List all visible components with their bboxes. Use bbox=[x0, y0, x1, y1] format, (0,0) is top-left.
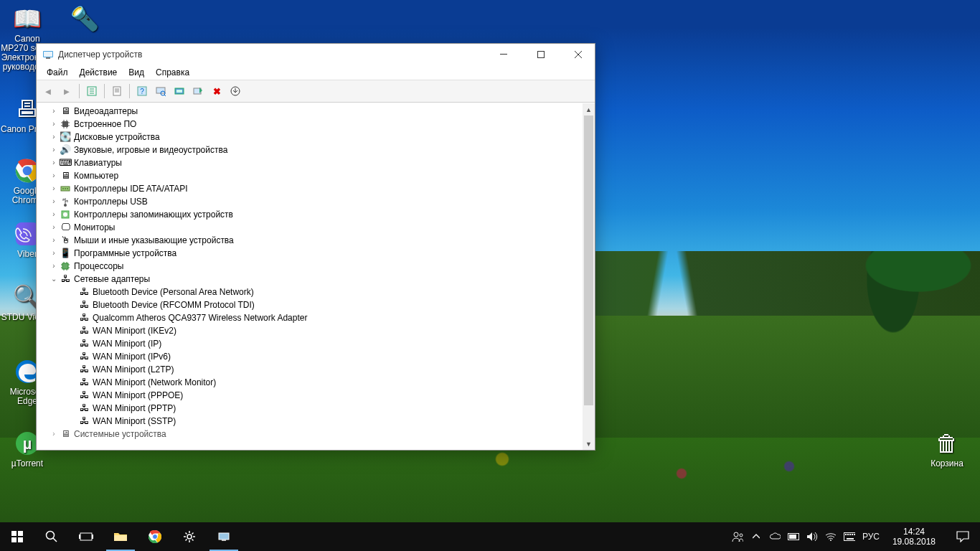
tray-overflow-icon[interactable] bbox=[750, 531, 762, 542]
tree-label: Звуковые, игровые и видеоустройства bbox=[74, 143, 227, 156]
device-tree[interactable]: ›🖥Видеоадаптеры›Встроенное ПО›💽Дисковые … bbox=[37, 103, 583, 450]
tree-category[interactable]: ›📱Программные устройства bbox=[37, 247, 583, 260]
expand-toggle[interactable]: ⌄ bbox=[50, 273, 58, 286]
tree-device[interactable]: ·🖧WAN Miniport (IPv6) bbox=[37, 350, 583, 363]
expand-toggle[interactable]: › bbox=[50, 118, 58, 131]
nav-back-button[interactable]: ◄ bbox=[39, 83, 57, 100]
battery-icon[interactable] bbox=[788, 531, 799, 542]
scan-button[interactable] bbox=[152, 83, 169, 100]
expand-toggle[interactable]: › bbox=[50, 247, 58, 260]
nav-forward-button[interactable]: ► bbox=[58, 83, 75, 100]
expand-toggle[interactable]: › bbox=[50, 428, 58, 441]
menu-action[interactable]: Действие bbox=[75, 67, 122, 78]
clock-time: 14:24 bbox=[892, 527, 936, 537]
desktop-icon-flashlight[interactable]: 🔦 bbox=[57, 4, 112, 34]
people-icon[interactable] bbox=[732, 531, 743, 542]
volume-icon[interactable] bbox=[806, 531, 818, 542]
tree-category[interactable]: ›🖵Мониторы bbox=[37, 221, 583, 234]
scroll-thumb[interactable] bbox=[584, 116, 593, 405]
onedrive-icon[interactable] bbox=[769, 531, 781, 542]
keyboard-icon[interactable] bbox=[844, 531, 855, 542]
tree-device[interactable]: ·🖧WAN Miniport (IP) bbox=[37, 337, 583, 350]
desktop-icon-recycle-bin[interactable]: 🗑Корзина bbox=[920, 429, 974, 468]
expand-toggle[interactable]: › bbox=[50, 195, 58, 208]
tree-category[interactable]: ›🖥Видеоадаптеры bbox=[37, 105, 583, 118]
task-view-button[interactable] bbox=[69, 522, 103, 551]
tree-label: Сетевые адаптеры bbox=[74, 273, 150, 286]
tree-device[interactable]: ·🖧WAN Miniport (SSTP) bbox=[37, 415, 583, 428]
properties-button[interactable] bbox=[108, 83, 126, 100]
language-indicator[interactable]: РУС bbox=[862, 531, 880, 542]
tree-category[interactable]: ›Контроллеры запоминающих устройств bbox=[37, 208, 583, 221]
close-button[interactable] bbox=[562, 44, 595, 65]
install-legacy-button[interactable] bbox=[227, 83, 244, 100]
uninstall-device-button[interactable]: ✖ bbox=[208, 83, 225, 100]
tree-label: Контроллеры запоминающих устройств bbox=[74, 208, 233, 221]
update-driver-button[interactable] bbox=[171, 83, 188, 100]
expand-toggle[interactable]: › bbox=[50, 169, 58, 182]
separator bbox=[79, 84, 80, 98]
minimize-button[interactable] bbox=[487, 44, 520, 65]
tree-category[interactable]: ›Процессоры bbox=[37, 260, 583, 273]
tree-device[interactable]: ·🖧Qualcomm Atheros QCA9377 Wireless Netw… bbox=[37, 311, 583, 324]
tree-category[interactable]: ›🖥Системные устройства bbox=[37, 428, 583, 441]
taskbar-device-manager[interactable] bbox=[207, 522, 241, 551]
taskbar-settings[interactable] bbox=[172, 522, 207, 551]
svg-rect-35 bbox=[80, 533, 92, 540]
taskbar-file-explorer[interactable] bbox=[103, 522, 138, 551]
tree-category[interactable]: ›⌨Клавиатуры bbox=[37, 156, 583, 169]
svg-rect-38 bbox=[114, 535, 127, 541]
tree-category[interactable]: ›🖥Компьютер bbox=[37, 169, 583, 182]
help-button[interactable]: ? bbox=[133, 83, 151, 100]
show-hide-tree-button[interactable] bbox=[83, 83, 100, 100]
tree-label: WAN Miniport (SSTP) bbox=[93, 415, 176, 428]
tree-category[interactable]: ›Контроллеры USB bbox=[37, 195, 583, 208]
tree-category[interactable]: ›Контроллеры IDE ATA/ATAPI bbox=[37, 182, 583, 195]
separator bbox=[129, 84, 130, 98]
menu-view[interactable]: Вид bbox=[124, 67, 149, 78]
desktop[interactable]: 📖Canon MP270 series Электронное руководс… bbox=[0, 0, 980, 551]
expand-toggle[interactable]: › bbox=[50, 156, 58, 169]
tree-category[interactable]: ›💽Дисковые устройства bbox=[37, 131, 583, 143]
tree-category[interactable]: ⌄🖧Сетевые адаптеры bbox=[37, 273, 583, 286]
scroll-up-button[interactable]: ▲ bbox=[583, 103, 595, 116]
maximize-button[interactable] bbox=[524, 44, 557, 65]
taskbar-chrome[interactable] bbox=[138, 522, 172, 551]
svg-rect-18 bbox=[176, 90, 182, 93]
tree-device[interactable]: ·🖧WAN Miniport (Network Monitor) bbox=[37, 376, 583, 389]
svg-point-46 bbox=[740, 534, 743, 537]
expand-toggle[interactable]: › bbox=[50, 208, 58, 221]
search-button[interactable] bbox=[34, 522, 69, 551]
tree-category[interactable]: ›🔊Звуковые, игровые и видеоустройства bbox=[37, 143, 583, 156]
tree-category[interactable]: ›🖱Мыши и иные указывающие устройства bbox=[37, 234, 583, 247]
expand-toggle[interactable]: › bbox=[50, 105, 58, 118]
svg-rect-21 bbox=[62, 121, 68, 127]
tree-device[interactable]: ·🖧Bluetooth Device (Personal Area Networ… bbox=[37, 286, 583, 298]
clock[interactable]: 14:24 19.08.2018 bbox=[887, 527, 941, 547]
tree-device[interactable]: ·🖧WAN Miniport (L2TP) bbox=[37, 363, 583, 376]
menu-file[interactable]: Файл bbox=[42, 67, 72, 78]
wifi-icon[interactable] bbox=[825, 531, 837, 542]
menu-help[interactable]: Справка bbox=[151, 67, 194, 78]
tree-device[interactable]: ·🖧WAN Miniport (PPPOE) bbox=[37, 389, 583, 402]
tree-device[interactable]: ·🖧WAN Miniport (IKEv2) bbox=[37, 324, 583, 337]
tree-device[interactable]: ·🖧Bluetooth Device (RFCOMM Protocol TDI) bbox=[37, 298, 583, 311]
expand-toggle[interactable]: › bbox=[50, 143, 58, 156]
scroll-track[interactable] bbox=[583, 116, 595, 438]
start-button[interactable] bbox=[0, 522, 34, 551]
svg-point-50 bbox=[830, 540, 831, 541]
expand-toggle[interactable]: › bbox=[50, 131, 58, 143]
expand-toggle[interactable]: › bbox=[50, 182, 58, 195]
tree-device[interactable]: ·🖧WAN Miniport (PPTP) bbox=[37, 402, 583, 415]
expand-toggle[interactable]: › bbox=[50, 234, 58, 247]
tree-category[interactable]: ›Встроенное ПО bbox=[37, 118, 583, 131]
expand-toggle[interactable]: › bbox=[50, 260, 58, 273]
action-center-button[interactable] bbox=[946, 522, 980, 551]
expand-toggle[interactable]: › bbox=[50, 221, 58, 234]
titlebar[interactable]: Диспетчер устройств bbox=[37, 44, 595, 65]
svg-rect-9 bbox=[500, 54, 507, 55]
scroll-down-button[interactable]: ▼ bbox=[583, 438, 595, 450]
enable-device-button[interactable] bbox=[189, 83, 207, 100]
tree-label: Контроллеры IDE ATA/ATAPI bbox=[74, 182, 188, 195]
scrollbar[interactable]: ▲ ▼ bbox=[583, 103, 595, 450]
